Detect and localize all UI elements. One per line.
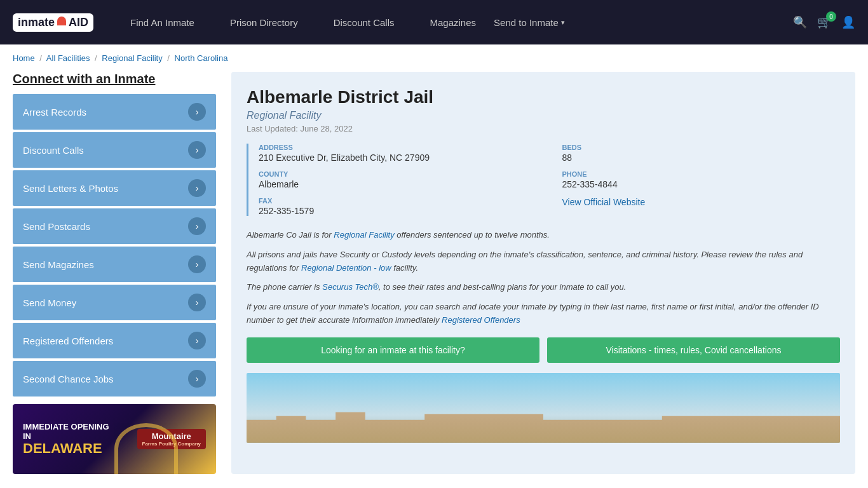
ad-delaware-text: DELAWARE [23, 441, 109, 456]
breadcrumb-regional-facility[interactable]: Regional Facility [102, 53, 162, 63]
looking-for-inmate-button[interactable]: Looking for an inmate at this facility? [247, 337, 539, 363]
sidebar-menu: Arrest Records › Discount Calls › Send L… [13, 94, 216, 396]
breadcrumb-home[interactable]: Home [13, 53, 35, 63]
fax-label: FAX [259, 197, 537, 205]
facility-info-grid: ADDRESS 210 Executive Dr, Elizabeth City… [247, 144, 840, 216]
ad-arc-decoration [114, 423, 178, 474]
beds-block: BEDS 88 [562, 144, 841, 163]
phone-value: 252-335-4844 [562, 179, 841, 189]
facility-desc2: All prisons and jails have Security or C… [247, 248, 840, 275]
sidebar-item-discount-calls[interactable]: Discount Calls › [13, 132, 216, 168]
logo-text: inmate [18, 16, 55, 29]
nav-prison-directory[interactable]: Prison Directory [212, 0, 316, 44]
navigation: inmate AID Find An Inmate Prison Directo… [0, 0, 868, 44]
address-block: ADDRESS 210 Executive Dr, Elizabeth City… [259, 144, 537, 163]
sidebar-item-arrest-records[interactable]: Arrest Records › [13, 94, 216, 130]
facility-name: Albemarle District Jail [247, 87, 840, 107]
nav-magazines[interactable]: Magazines [412, 0, 494, 44]
sidebar-item-send-postcards[interactable]: Send Postcards › [13, 208, 216, 244]
county-label: COUNTY [259, 170, 537, 178]
chevron-down-icon: ▾ [561, 18, 565, 27]
beds-label: BEDS [562, 144, 841, 151]
arrow-icon: › [188, 255, 206, 273]
sidebar-item-send-money[interactable]: Send Money › [13, 285, 216, 320]
sidebar-item-send-magazines[interactable]: Send Magazines › [13, 247, 216, 282]
nav-icons: 🔍 🛒 0 👤 [793, 15, 855, 29]
view-official-website-link[interactable]: View Official Website [562, 197, 646, 207]
sidebar-item-send-letters-photos[interactable]: Send Letters & Photos › [13, 170, 216, 206]
phone-block: PHONE 252-335-4844 [562, 170, 841, 189]
fax-block: FAX 252-335-1579 [259, 197, 537, 216]
nav-find-inmate[interactable]: Find An Inmate [112, 0, 212, 44]
ad-text: IMMEDIATE OPENING IN DELAWARE [23, 422, 109, 456]
facility-desc1: Albemarle Co Jail is for Regional Facili… [247, 229, 840, 242]
breadcrumb: Home / All Facilities / Regional Facilit… [0, 44, 868, 72]
breadcrumb-all-facilities[interactable]: All Facilities [46, 53, 90, 63]
cart-icon[interactable]: 🛒 0 [817, 15, 831, 29]
website-block: View Official Website [562, 197, 841, 216]
sidebar: Connect with an Inmate Arrest Records › … [13, 72, 216, 474]
breadcrumb-north-carolina[interactable]: North Carolina [175, 53, 228, 63]
ad-immediate-text: IMMEDIATE OPENING [23, 422, 109, 431]
hat-icon [57, 17, 66, 25]
connect-heading: Connect with an Inmate [13, 72, 216, 86]
user-icon[interactable]: 👤 [841, 15, 855, 29]
arrow-icon: › [188, 179, 206, 197]
ad-banner[interactable]: IMMEDIATE OPENING IN DELAWARE Mountaire … [13, 404, 216, 474]
nav-send-to-inmate[interactable]: Send to Inmate ▾ [494, 17, 565, 28]
arrow-icon: › [188, 370, 206, 388]
ad-in-text: IN [23, 431, 109, 441]
logo-aid: AID [69, 16, 88, 29]
arrow-icon: › [188, 332, 206, 349]
facility-content: Albemarle District Jail Regional Facilit… [231, 72, 855, 474]
arrow-icon: › [188, 103, 206, 121]
securus-tech-link[interactable]: Securus Tech® [322, 282, 379, 292]
phone-label: PHONE [562, 170, 841, 178]
nav-discount-calls[interactable]: Discount Calls [316, 0, 412, 44]
search-icon[interactable]: 🔍 [793, 15, 807, 29]
arrow-icon: › [188, 141, 206, 159]
facility-buttons: Looking for an inmate at this facility? … [247, 337, 840, 363]
sidebar-item-second-chance-jobs[interactable]: Second Chance Jobs › [13, 361, 216, 396]
address-value: 210 Executive Dr, Elizabeth City, NC 279… [259, 152, 537, 163]
fax-value: 252-335-1579 [259, 206, 537, 216]
facility-updated: Last Updated: June 28, 2022 [247, 124, 840, 133]
facility-desc4: If you are unsure of your inmate's locat… [247, 301, 840, 327]
facility-type: Regional Facility [247, 110, 840, 121]
beds-value: 88 [562, 152, 841, 163]
facility-desc3: The phone carrier is Securus Tech®, to s… [247, 281, 840, 294]
main-content: Connect with an Inmate Arrest Records › … [0, 72, 868, 474]
building-silhouette [247, 405, 840, 443]
registered-offenders-link[interactable]: Registered Offenders [442, 315, 520, 325]
address-label: ADDRESS [259, 144, 537, 151]
regional-facility-link1[interactable]: Regional Facility [334, 230, 394, 240]
arrow-icon: › [188, 294, 206, 311]
county-block: COUNTY Albemarle [259, 170, 537, 189]
sidebar-item-registered-offenders[interactable]: Registered Offenders › [13, 323, 216, 358]
visitations-button[interactable]: Visitations - times, rules, Covid cancel… [547, 337, 840, 363]
arrow-icon: › [188, 217, 206, 235]
facility-image [247, 373, 840, 443]
county-value: Albemarle [259, 179, 537, 189]
cart-badge: 0 [826, 11, 836, 22]
regional-detention-link[interactable]: Regional Detention - low [301, 263, 391, 273]
logo[interactable]: inmate AID [13, 13, 93, 32]
nav-links: Find An Inmate Prison Directory Discount… [112, 0, 793, 44]
